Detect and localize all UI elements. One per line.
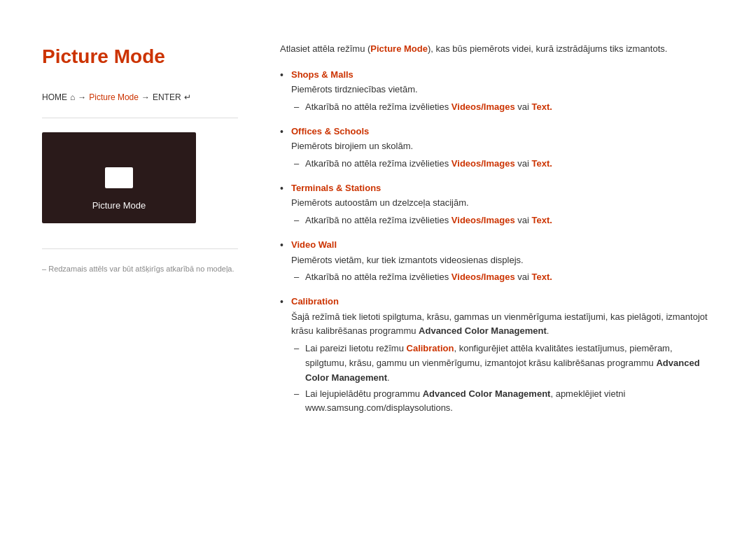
sub-highlight-text4: Text. [531, 272, 552, 282]
sub-list-shops: Atkarībā no attēla režīma izvēlieties Vi… [291, 100, 714, 115]
section-offices-schools: Offices & Schools Piemērots birojiem un … [280, 125, 714, 171]
acm-highlight-2: Advanced Color Management [305, 358, 700, 383]
section-calibration: Calibration Šajā režīmā tiek lietoti spi… [280, 295, 714, 416]
preview-icon [105, 167, 133, 188]
section-list: Shops & Malls Piemērots tirdzniecības vi… [280, 68, 714, 416]
section-shops-malls: Shops & Malls Piemērots tirdzniecības vi… [280, 68, 714, 115]
section-terminals-stations: Terminals & Stations Piemērots autoostām… [280, 181, 714, 228]
page-title: Picture Mode [42, 42, 238, 71]
sub-highlight-text3: Text. [531, 215, 552, 225]
section-desc-videowall: Piemērots vietām, kur tiek izmantots vid… [291, 253, 714, 268]
section-desc-offices: Piemērots birojiem un skolām. [291, 139, 714, 154]
arrow-1: → [78, 91, 86, 104]
sub-item-calibration-1: Lai pareizi lietotu režīmu Calibration, … [291, 342, 714, 385]
sub-highlight-text2: Text. [531, 158, 552, 169]
sub-item-shops-1: Atkarībā no attēla režīma izvēlieties Vi… [291, 100, 714, 115]
right-panel: Atlasiet attēla režīmu (Picture Mode), k… [280, 42, 714, 492]
acm-highlight-1: Advanced Color Management [419, 325, 547, 336]
breadcrumb-picture-mode: Picture Mode [89, 91, 139, 104]
intro-text: Atlasiet attēla režīmu (Picture Mode), k… [280, 42, 714, 57]
acm-highlight-3: Advanced Color Management [423, 388, 551, 399]
sub-list-calibration: Lai pareizi lietotu režīmu Calibration, … [291, 342, 714, 416]
left-panel: Picture Mode HOME ⌂ → Picture Mode → ENT… [42, 42, 238, 492]
section-heading-calibration: Calibration [291, 296, 339, 307]
intro-highlight: Picture Mode [370, 43, 428, 54]
breadcrumb: HOME ⌂ → Picture Mode → ENTER ↵ [42, 91, 238, 104]
section-heading-offices: Offices & Schools [291, 126, 369, 136]
section-heading-shops: Shops & Malls [291, 69, 354, 80]
section-desc-calibration: Šajā režīmā tiek lietoti spilgtuma, krās… [291, 310, 714, 339]
sub-highlight-videos4: Videos/Images [451, 272, 515, 282]
section-heading-videowall: Video Wall [291, 239, 337, 250]
divider-top [42, 118, 238, 118]
sub-list-videowall: Atkarībā no attēla režīma izvēlieties Vi… [291, 270, 714, 285]
sub-highlight-videos: Videos/Images [451, 101, 515, 112]
page-container: Picture Mode HOME ⌂ → Picture Mode → ENT… [0, 0, 756, 534]
sub-item-terminals-1: Atkarībā no attēla režīma izvēlieties Vi… [291, 213, 714, 228]
calibration-highlight: Calibration [407, 343, 454, 353]
note-text: Redzamais attēls var būt atšķirīgs atkar… [42, 263, 238, 275]
home-label: HOME [42, 91, 67, 104]
section-video-wall: Video Wall Piemērots vietām, kur tiek iz… [280, 238, 714, 285]
breadcrumb-enter: ENTER [153, 91, 181, 104]
section-heading-terminals: Terminals & Stations [291, 183, 381, 193]
sub-item-videowall-1: Atkarībā no attēla režīma izvēlieties Vi… [291, 270, 714, 285]
divider-bottom [42, 248, 238, 249]
preview-wrapper: Picture Mode [42, 132, 196, 234]
sub-list-terminals: Atkarībā no attēla režīma izvēlieties Vi… [291, 213, 714, 228]
arrow-2: → [141, 91, 150, 104]
sub-highlight-text: Text. [531, 101, 552, 112]
section-desc-shops: Piemērots tirdzniecības vietām. [291, 83, 714, 97]
sub-highlight-videos3: Videos/Images [451, 215, 515, 225]
enter-icon: ↵ [184, 91, 191, 104]
sub-item-offices-1: Atkarībā no attēla režīma izvēlieties Vi… [291, 157, 714, 171]
home-icon: ⌂ [70, 91, 75, 104]
preview-label: Picture Mode [92, 199, 146, 213]
sub-list-offices: Atkarībā no attēla režīma izvēlieties Vi… [291, 157, 714, 171]
sub-item-calibration-2: Lai lejupielādētu programmu Advanced Col… [291, 387, 714, 416]
sub-highlight-videos2: Videos/Images [451, 158, 515, 169]
section-desc-terminals: Piemērots autoostām un dzelzceļa stacijā… [291, 196, 714, 211]
preview-box: Picture Mode [42, 132, 196, 223]
